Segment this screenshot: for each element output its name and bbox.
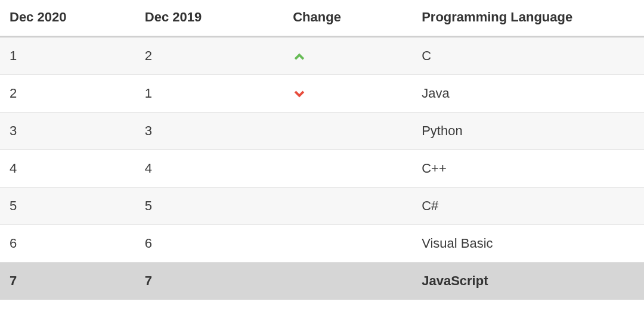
cell-lang: C xyxy=(412,37,644,75)
table-header-row: Dec 2020 Dec 2019 Change Programming Lan… xyxy=(0,0,644,37)
cell-lang: C++ xyxy=(412,150,644,188)
cell-lang: Java xyxy=(412,75,644,113)
ranking-table-container: Dec 2020 Dec 2019 Change Programming Lan… xyxy=(0,0,644,300)
svg-marker-1 xyxy=(295,91,305,98)
chevron-down-icon xyxy=(293,88,306,101)
cell-change xyxy=(283,37,412,75)
table-row: 77JavaScript xyxy=(0,263,644,300)
table-row: 44C++ xyxy=(0,150,644,188)
col-header-lang: Programming Language xyxy=(412,0,644,37)
col-header-rank-prev: Dec 2019 xyxy=(135,0,283,37)
col-header-rank-now: Dec 2020 xyxy=(0,0,135,37)
cell-rank-now: 1 xyxy=(0,37,135,75)
col-header-change: Change xyxy=(283,0,412,37)
cell-change xyxy=(283,225,412,263)
cell-change xyxy=(283,263,412,300)
table-row: 33Python xyxy=(0,113,644,150)
svg-marker-0 xyxy=(295,54,305,60)
cell-rank-prev: 6 xyxy=(135,225,283,263)
cell-lang: Python xyxy=(412,113,644,150)
cell-rank-now: 6 xyxy=(0,225,135,263)
chevron-up-icon xyxy=(293,50,306,63)
cell-rank-now: 7 xyxy=(0,263,135,300)
cell-rank-prev: 5 xyxy=(135,188,283,225)
cell-change xyxy=(283,150,412,188)
cell-lang: C# xyxy=(412,188,644,225)
cell-rank-now: 5 xyxy=(0,188,135,225)
cell-rank-prev: 4 xyxy=(135,150,283,188)
cell-rank-prev: 1 xyxy=(135,75,283,113)
cell-rank-now: 2 xyxy=(0,75,135,113)
cell-rank-prev: 2 xyxy=(135,37,283,75)
cell-lang: Visual Basic xyxy=(412,225,644,263)
table-row: 12C xyxy=(0,37,644,75)
cell-rank-prev: 3 xyxy=(135,113,283,150)
cell-lang: JavaScript xyxy=(412,263,644,300)
cell-rank-prev: 7 xyxy=(135,263,283,300)
cell-change xyxy=(283,188,412,225)
table-row: 21Java xyxy=(0,75,644,113)
cell-change xyxy=(283,75,412,113)
ranking-table: Dec 2020 Dec 2019 Change Programming Lan… xyxy=(0,0,644,300)
cell-rank-now: 3 xyxy=(0,113,135,150)
table-row: 55C# xyxy=(0,188,644,225)
table-row: 66Visual Basic xyxy=(0,225,644,263)
cell-rank-now: 4 xyxy=(0,150,135,188)
cell-change xyxy=(283,113,412,150)
